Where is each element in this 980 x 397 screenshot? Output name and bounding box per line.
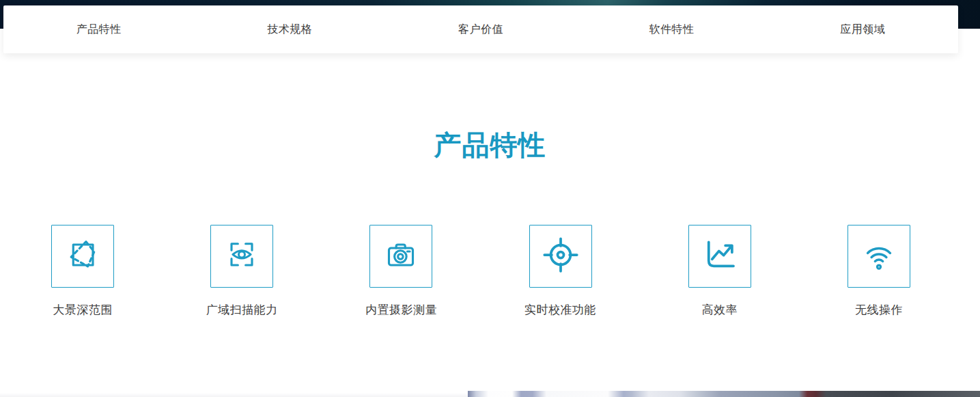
- nav-tab-product-features[interactable]: 产品特性: [76, 23, 122, 37]
- bottom-fade: [0, 393, 471, 397]
- feature-item: 大景深范围: [27, 225, 138, 318]
- wide-scan-eye-icon: [221, 234, 262, 278]
- feature-item: 广域扫描能力: [186, 225, 297, 318]
- nav-tab-tech-specs[interactable]: 技术规格: [267, 23, 312, 37]
- icon-box: [369, 225, 432, 288]
- icon-box: [210, 225, 273, 288]
- icon-box: [848, 225, 910, 288]
- nav-tab-software-features[interactable]: 软件特性: [649, 23, 695, 37]
- calibration-target-icon: [540, 234, 581, 278]
- icon-box: [529, 225, 592, 288]
- nav-tab-customer-value[interactable]: 客户价值: [458, 23, 503, 37]
- icon-box: [51, 225, 114, 288]
- feature-item: 无线操作: [824, 225, 934, 318]
- icon-box: [688, 225, 751, 288]
- feature-label: 大景深范围: [53, 302, 113, 318]
- nav-tab-application-areas[interactable]: 应用领域: [840, 23, 885, 37]
- camera-icon: [380, 234, 421, 278]
- feature-grid: 大景深范围 广域扫描能力: [27, 225, 934, 318]
- feature-label: 广域扫描能力: [206, 302, 278, 318]
- wifi-icon: [858, 234, 899, 278]
- feature-item: 实时校准功能: [505, 225, 616, 318]
- next-section-photo-sliver: [468, 391, 980, 397]
- feature-item: 高效率: [664, 225, 775, 318]
- feature-label: 内置摄影测量: [365, 302, 437, 318]
- feature-label: 无线操作: [855, 302, 903, 318]
- feature-label: 实时校准功能: [524, 302, 596, 318]
- feature-label: 高效率: [702, 302, 738, 318]
- page: 产品特性 技术规格 客户价值 软件特性 应用领域 产品特性 大景深范围: [0, 0, 980, 397]
- section-nav-bar: 产品特性 技术规格 客户价值 软件特性 应用领域: [3, 5, 958, 53]
- depth-of-field-icon: [62, 234, 103, 278]
- efficiency-chart-icon: [699, 234, 740, 278]
- feature-item: 内置摄影测量: [346, 225, 456, 318]
